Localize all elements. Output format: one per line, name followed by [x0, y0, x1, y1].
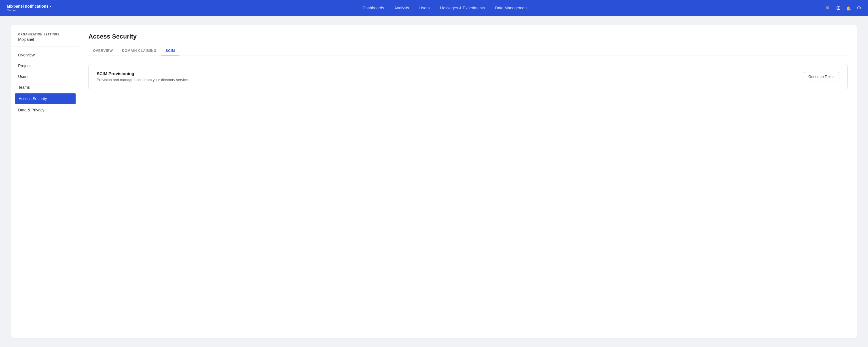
bell-icon[interactable] — [846, 5, 851, 11]
tab-overview[interactable]: OVERVIEW — [88, 46, 117, 56]
tab-domain-claiming[interactable]: DOMAIN CLAIMING — [117, 46, 161, 56]
sidebar-org-label: ORGANIZATION SETTINGS — [18, 33, 72, 36]
sidebar-item-users[interactable]: Users — [15, 71, 76, 82]
brand-name-text: Mixpanel notifications — [7, 4, 49, 8]
tabs: OVERVIEW DOMAIN CLAIMING SCIM — [88, 46, 847, 56]
sidebar-item-data-privacy[interactable]: Data & Privacy — [15, 105, 76, 115]
topnav-actions — [826, 5, 861, 11]
main-content: Access Security OVERVIEW DOMAIN CLAIMING… — [80, 25, 857, 338]
sidebar-header: ORGANIZATION SETTINGS Mixpanel — [11, 33, 80, 46]
brand-role: Owner — [7, 8, 51, 12]
tab-scim[interactable]: SCIM — [161, 46, 180, 56]
nav-users[interactable]: Users — [419, 6, 430, 10]
brand-name: Mixpanel notifications ▾ — [7, 4, 51, 8]
generate-token-button[interactable]: Generate Token — [804, 72, 839, 82]
nav-dashboards[interactable]: Dashboards — [363, 6, 384, 10]
scim-provisioning-card: SCIM Provisioning Provision and manage u… — [88, 64, 847, 89]
sidebar: ORGANIZATION SETTINGS Mixpanel Overview … — [11, 25, 80, 338]
nav-messages-experiments[interactable]: Messages & Experiments — [440, 6, 485, 10]
nav-data-management[interactable]: Data Management — [495, 6, 528, 10]
sidebar-item-access-security[interactable]: Access Security — [15, 93, 76, 104]
sidebar-item-projects[interactable]: Projects — [15, 61, 76, 71]
settings-icon[interactable] — [857, 5, 861, 11]
page-title: Access Security — [88, 33, 847, 40]
nav-links: Dashboards Analysis Users Messages & Exp… — [65, 6, 826, 10]
scim-info: SCIM Provisioning Provision and manage u… — [97, 71, 189, 82]
search-icon[interactable] — [826, 5, 831, 11]
brand-logo[interactable]: Mixpanel notifications ▾ Owner — [7, 4, 51, 12]
scim-title: SCIM Provisioning — [97, 71, 189, 76]
main-layout: ORGANIZATION SETTINGS Mixpanel Overview … — [0, 16, 868, 347]
brand-chevron-icon: ▾ — [50, 5, 51, 8]
sidebar-org-name: Mixpanel — [18, 37, 72, 42]
grid-icon[interactable] — [836, 5, 840, 11]
scim-description: Provision and manage users from your dir… — [97, 78, 189, 82]
sidebar-item-overview[interactable]: Overview — [15, 50, 76, 60]
nav-analysis[interactable]: Analysis — [394, 6, 409, 10]
sidebar-item-teams[interactable]: Teams — [15, 82, 76, 92]
sidebar-nav: Overview Projects Users Teams Access Sec… — [11, 50, 80, 115]
top-navigation: Mixpanel notifications ▾ Owner Dashboard… — [0, 0, 868, 16]
